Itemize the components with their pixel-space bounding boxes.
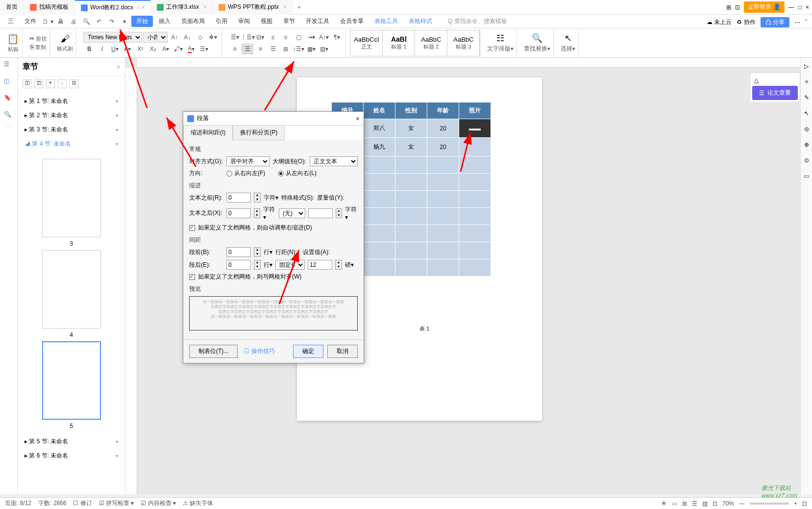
table-header[interactable]: 年龄 [427, 102, 459, 119]
menu-member[interactable]: 会员专享 [335, 16, 369, 27]
shading-icon[interactable]: ☰▾ [198, 44, 210, 54]
close-icon[interactable]: × [806, 4, 809, 11]
styles-gallery[interactable]: AaBbCcI正文 AaBl标题 1 AaBbC标题 2 AaBbC标题 3 [350, 30, 480, 56]
highlight-icon[interactable]: 🖍▾ [172, 44, 184, 54]
more-icon[interactable]: ⋯ [794, 19, 800, 26]
align-right-icon[interactable]: ≡ [254, 44, 266, 54]
track-changes[interactable]: ☐ 修订 [73, 499, 92, 508]
font-color-icon[interactable]: A▾ [185, 44, 197, 54]
increase-font-icon[interactable]: A↑ [169, 32, 180, 43]
nav-section-2[interactable]: ▸ 第 2 节: 未命名▾ [18, 108, 125, 123]
tab-word-doc[interactable]: Word教程2.docx□ × [75, 0, 151, 15]
copy-icon[interactable]: ⎘ [30, 44, 34, 51]
menu-review[interactable]: 审阅 [233, 16, 255, 27]
ok-button[interactable]: 确定 [293, 345, 323, 358]
cut-icon[interactable]: ✂ [29, 35, 34, 42]
spell-check[interactable]: ☑ 拼写检查 ▾ [99, 499, 134, 508]
after-text-input[interactable] [226, 208, 251, 218]
outline-icon[interactable]: ☰ [4, 61, 14, 71]
snap-grid-checkbox[interactable] [189, 274, 195, 280]
underline-icon[interactable]: U▾ [109, 44, 121, 54]
menu-start[interactable]: 开始 [131, 16, 153, 27]
zoom-in-icon[interactable]: + [794, 500, 797, 507]
bold-icon[interactable]: B [83, 44, 95, 54]
paste-icon[interactable]: 📋 [7, 33, 19, 45]
nav-close-icon[interactable]: × [117, 64, 120, 71]
special-select[interactable]: (无) [279, 208, 305, 218]
spinner[interactable]: ▲▼ [254, 193, 261, 203]
search-input[interactable]: Q 查找命令、搜索模板 [448, 17, 507, 25]
thumb-4[interactable] [42, 250, 101, 329]
collapse-icon[interactable]: ▷ [804, 63, 809, 70]
login-button[interactable]: 立即登录 👤 [744, 1, 784, 13]
tab-spreadsheet[interactable]: 工作簿3.xlsx× [151, 0, 213, 15]
tool-icon-7[interactable]: ▭ [804, 173, 809, 179]
rtl-radio[interactable]: 从右向左(F) [226, 169, 265, 178]
view-icon-3[interactable]: ☰ [692, 500, 697, 507]
text-layout-icon[interactable]: ☷ [496, 33, 504, 44]
font-missing[interactable]: ⚠ 缺失字体 [183, 499, 213, 508]
after-para-input[interactable] [226, 260, 251, 270]
view-icon-2[interactable]: ⊞ [682, 500, 687, 507]
menu-hamburger[interactable]: 三 [3, 16, 19, 27]
redo-icon[interactable]: ↷ [106, 16, 118, 27]
menu-page-layout[interactable]: 页面布局 [176, 16, 210, 27]
app-icon[interactable]: ⊡ [735, 4, 740, 11]
coop-button[interactable]: ♻ 协作 [737, 18, 755, 26]
fullscreen-icon[interactable]: ⊡ [802, 500, 807, 507]
style-h1[interactable]: AaBl标题 1 [383, 30, 415, 56]
menu-table-style[interactable]: 表格样式 [404, 16, 437, 27]
zoom-out-icon[interactable]: — [739, 500, 745, 507]
char-border-icon[interactable]: ▢ [293, 32, 304, 43]
line-spacing-select[interactable]: 固定值 [275, 260, 305, 270]
before-para-input[interactable] [226, 247, 251, 257]
close-icon[interactable]: □ × [138, 5, 145, 10]
reading-view-icon[interactable]: 👁 [661, 500, 667, 507]
share-button[interactable]: 凸 分享 [761, 17, 789, 27]
align-justify-icon[interactable]: ☰ [267, 44, 279, 54]
tool-icon-6[interactable]: ⊙ [804, 157, 809, 164]
paper-check-button[interactable]: ☰ 论文查重 [752, 86, 798, 100]
section-icon[interactable]: ◫ [4, 77, 14, 87]
zoom-slider[interactable] [750, 503, 789, 505]
tab-icon[interactable]: ⇥▾ [305, 32, 317, 43]
page-status[interactable]: 页面: 8/12 [5, 499, 31, 508]
tab-stops-button[interactable]: 制表位(T)... [189, 345, 238, 358]
nav-tool-3[interactable]: + [46, 79, 55, 88]
tool-icon-5[interactable]: ⊕ [804, 141, 809, 148]
align-center-icon[interactable]: ☰ [242, 44, 253, 54]
tips-link[interactable]: ⓘ 操作技巧 [244, 347, 274, 356]
panel-icon[interactable]: △ [752, 75, 798, 86]
nav-tool-1[interactable]: ◫ [23, 79, 31, 88]
italic-icon[interactable]: I [96, 44, 108, 54]
find-icon[interactable]: 🔍 [532, 33, 542, 44]
show-marks-icon[interactable]: ¶▾ [331, 32, 343, 43]
nav-tool-5[interactable]: ⊡ [70, 79, 78, 88]
new-icon[interactable]: 🗋 ▾ [42, 16, 54, 27]
spinner[interactable]: ▲▼ [335, 260, 342, 270]
nav-section-4[interactable]: ◢ 第 4 节: 未命名▾ [18, 137, 125, 151]
style-body[interactable]: AaBbCcI正文 [350, 30, 383, 56]
table-header[interactable]: 照片 [459, 102, 491, 119]
font-family-select[interactable]: Times New Roma [83, 32, 142, 43]
nav-tool-4[interactable]: - [58, 79, 67, 88]
view-icon-4[interactable]: ▤ [702, 500, 708, 507]
word-count[interactable]: 字数: 2866 [38, 499, 66, 508]
format-icon[interactable]: ❖▾ [207, 32, 219, 43]
close-icon[interactable]: × [203, 4, 206, 10]
menu-view[interactable]: 视图 [256, 16, 277, 27]
grid-icon[interactable]: ⊞ [726, 4, 731, 11]
search-icon[interactable]: 🔍 [4, 111, 14, 121]
menu-insert[interactable]: 插入 [154, 16, 175, 27]
align-select[interactable]: 居中对齐 [226, 156, 270, 166]
chevron-up-icon[interactable]: ˇ [805, 19, 807, 26]
set-value-input[interactable] [308, 260, 332, 270]
thumb-3[interactable] [42, 159, 101, 237]
outline-select[interactable]: 正文文本 [310, 156, 358, 166]
view-icon-1[interactable]: ▭ [672, 500, 677, 507]
tool-icon-2[interactable]: ✎ [804, 94, 809, 101]
tool-icon-1[interactable]: ✧ [804, 78, 809, 85]
save-icon[interactable]: 🖶 [55, 16, 67, 27]
nav-tool-2[interactable]: ◫ [34, 79, 43, 88]
spinner[interactable]: ▲▼ [254, 260, 261, 270]
